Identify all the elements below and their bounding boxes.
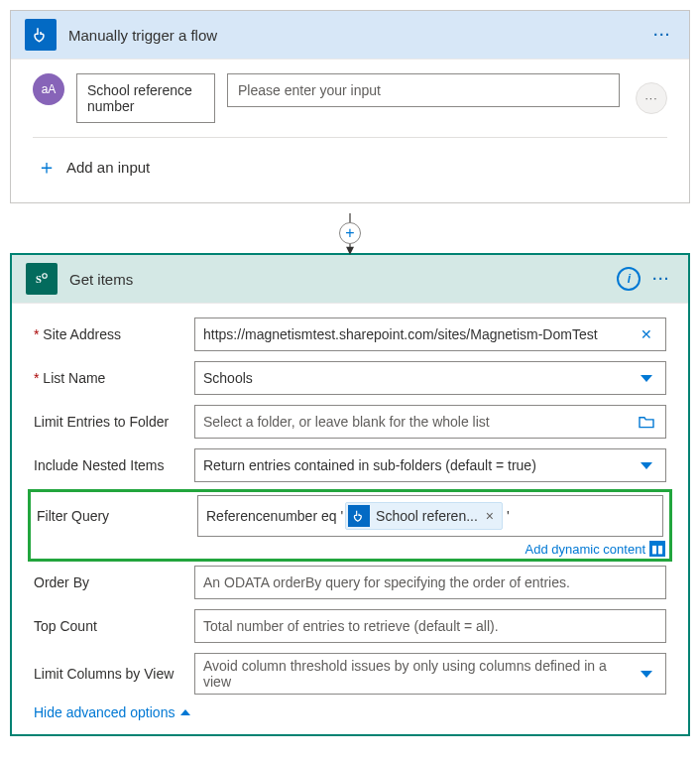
- field-filter-query[interactable]: Referencenumber eq ' School referen... ×…: [197, 495, 663, 537]
- folder-icon[interactable]: [636, 415, 657, 429]
- filter-query-highlight: Filter Query Referencenumber eq ' School…: [28, 489, 672, 562]
- action-body: Site Address https://magnetismtest.share…: [12, 304, 688, 734]
- field-site-address[interactable]: https://magnetismtest.sharepoint.com/sit…: [194, 318, 666, 351]
- row-site-address: Site Address https://magnetismtest.share…: [34, 318, 666, 351]
- text-input-icon: aA: [33, 73, 64, 105]
- row-nested: Include Nested Items Return entries cont…: [34, 448, 666, 482]
- dynamic-token[interactable]: School referen... ×: [345, 502, 503, 530]
- add-input-button[interactable]: ＋ Add an input: [33, 138, 667, 189]
- row-list-name: List Name Schools: [34, 361, 666, 395]
- trigger-card: Manually trigger a flow ··· aA School re…: [10, 10, 690, 203]
- value-nested: Return entries contained in sub-folders …: [203, 457, 630, 473]
- arrow-down-icon: ▾: [346, 240, 354, 259]
- label-limit-columns: Limit Columns by View: [34, 666, 182, 682]
- row-limit-columns: Limit Columns by View Avoid column thres…: [34, 653, 666, 695]
- action-title: Get items: [69, 271, 617, 288]
- field-limit-folder[interactable]: Select a folder, or leave blank for the …: [194, 405, 666, 439]
- row-order-by: Order By An ODATA orderBy query for spec…: [34, 566, 666, 599]
- label-top-count: Top Count: [34, 618, 182, 634]
- row-top-count: Top Count Total number of entries to ret…: [34, 609, 666, 643]
- svg-point-1: [43, 274, 48, 279]
- dynamic-content-label: Add dynamic content: [525, 542, 645, 557]
- field-order-by[interactable]: An ODATA orderBy query for specifying th…: [194, 566, 666, 599]
- action-more-icon[interactable]: ···: [648, 267, 674, 291]
- add-dynamic-content-link[interactable]: Add dynamic content ▮▮: [525, 541, 665, 557]
- trigger-title: Manually trigger a flow: [68, 27, 649, 44]
- trigger-input-row: aA School reference number Please enter …: [33, 73, 667, 138]
- chevron-down-icon[interactable]: [636, 375, 657, 382]
- plus-icon: ＋: [37, 154, 57, 181]
- field-top-count[interactable]: Total number of entries to retrieve (def…: [194, 609, 666, 643]
- chevron-down-icon[interactable]: [636, 671, 657, 678]
- trigger-more-icon[interactable]: ···: [649, 23, 675, 47]
- label-limit-folder: Limit Entries to Folder: [34, 414, 182, 430]
- svg-text:S: S: [36, 274, 42, 285]
- value-list-name: Schools: [203, 370, 630, 386]
- token-remove-icon[interactable]: ×: [484, 508, 496, 524]
- token-trigger-icon: [348, 505, 370, 527]
- row-filter-query: Filter Query Referencenumber eq ' School…: [37, 495, 663, 537]
- sharepoint-icon: S: [26, 263, 58, 295]
- filter-suffix: ': [507, 508, 510, 524]
- label-filter-query: Filter Query: [37, 508, 185, 524]
- field-list-name[interactable]: Schools: [194, 361, 666, 395]
- field-limit-columns[interactable]: Avoid column threshold issues by only us…: [194, 653, 666, 695]
- input-more-button[interactable]: ···: [636, 82, 667, 114]
- label-order-by: Order By: [34, 574, 182, 590]
- input-name-field[interactable]: School reference number: [76, 73, 215, 123]
- value-site-address: https://magnetismtest.sharepoint.com/sit…: [203, 326, 630, 342]
- clear-icon[interactable]: ✕: [636, 326, 657, 342]
- trigger-icon: [25, 19, 57, 51]
- row-limit-folder: Limit Entries to Folder Select a folder,…: [34, 405, 666, 439]
- dynamic-content-badge-icon: ▮▮: [649, 541, 665, 557]
- field-nested[interactable]: Return entries contained in sub-folders …: [194, 448, 666, 482]
- add-input-label: Add an input: [66, 159, 150, 176]
- placeholder-top-count: Total number of entries to retrieve (def…: [203, 618, 657, 634]
- hide-advanced-toggle[interactable]: Hide advanced options: [34, 704, 666, 720]
- placeholder-limit-folder: Select a folder, or leave blank for the …: [203, 414, 630, 430]
- trigger-body: aA School reference number Please enter …: [11, 60, 689, 202]
- info-icon[interactable]: i: [617, 267, 641, 291]
- action-card: S Get items i ··· Site Address https://m…: [10, 253, 690, 736]
- trigger-header[interactable]: Manually trigger a flow ···: [11, 11, 689, 60]
- token-label: School referen...: [376, 508, 478, 524]
- hide-advanced-label: Hide advanced options: [34, 704, 175, 720]
- input-value-field[interactable]: Please enter your input: [227, 73, 620, 107]
- chevron-up-icon: [180, 709, 190, 715]
- label-nested: Include Nested Items: [34, 457, 182, 473]
- flow-connector: + ▾: [10, 213, 690, 253]
- label-list-name: List Name: [34, 370, 182, 386]
- placeholder-limit-columns: Avoid column threshold issues by only us…: [203, 658, 630, 690]
- action-header[interactable]: S Get items i ···: [12, 255, 688, 304]
- filter-prefix: Referencenumber eq ': [206, 508, 343, 524]
- label-site-address: Site Address: [34, 326, 182, 342]
- placeholder-order-by: An ODATA orderBy query for specifying th…: [203, 574, 657, 590]
- chevron-down-icon[interactable]: [636, 462, 657, 469]
